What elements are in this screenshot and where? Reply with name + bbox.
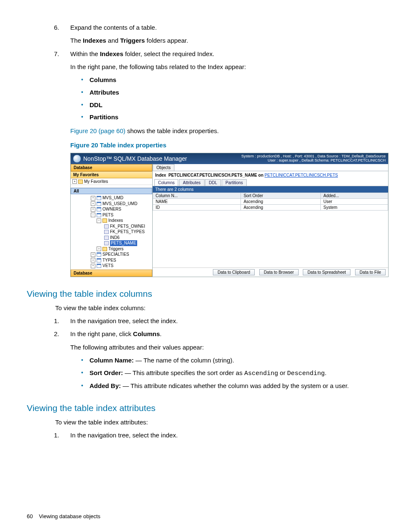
attr-item: Added By: — This attribute ndicates whet… [27, 381, 372, 391]
step-7: 7. Within the Indexes folder, select the… [27, 49, 372, 59]
tab-ddl[interactable]: DDL [205, 179, 221, 186]
page-number: 60 [27, 513, 33, 519]
left-pane: Database My Favorites + My Favorites All… [71, 164, 153, 277]
table-icon [97, 258, 101, 262]
attr-item: Column Name: — The name of the column (s… [27, 355, 372, 366]
window-titlebar: NonStop™ SQL/MX Database Manager System … [71, 153, 388, 164]
all-tab[interactable]: All [71, 188, 152, 194]
index-icon [104, 241, 109, 245]
expand-icon[interactable]: + [72, 179, 77, 184]
collapse-icon[interactable]: − [97, 218, 101, 223]
step-num: 7. [54, 49, 59, 59]
column-count: There are 2 columns [153, 186, 388, 193]
page-footer: 60 Viewing database objects [27, 513, 100, 519]
tree-item[interactable]: SPECIALTIES [102, 252, 129, 257]
tab-columns[interactable]: Columns [154, 179, 178, 186]
col-header[interactable]: Added... [321, 193, 388, 199]
table-icon [97, 252, 101, 257]
table-icon [97, 196, 101, 200]
tree-item[interactable]: PETS [102, 212, 113, 218]
sys-line-2: User : super.super , Default Schema: PET… [241, 159, 386, 163]
tree-item[interactable]: MVS_UMD [102, 195, 123, 201]
figure-caption: Figure 20 Table index properties [70, 141, 372, 149]
heading-view-attributes: Viewing the table index attributes [27, 403, 372, 413]
step-1: 1.In the navigation tree, select the ind… [27, 430, 372, 440]
tab-item-partitions: Partitions [27, 112, 372, 123]
index-link[interactable]: PETCLINICCAT.PETCLINICSCH.PETS [265, 173, 338, 177]
figure-link[interactable]: Figure 20 (page 60) [70, 127, 125, 134]
table-icon [97, 264, 101, 268]
collapse-icon[interactable]: − [91, 213, 95, 217]
expand-icon[interactable]: + [91, 201, 95, 206]
tab-item-columns: Columns [27, 75, 372, 85]
intro-text: To view the table index attributes: [55, 417, 372, 427]
folder-icon [78, 180, 83, 184]
table-icon [97, 213, 101, 217]
my-favorites-header[interactable]: My Favorites [71, 171, 152, 178]
tree-item[interactable]: MVS_USED_UMD [102, 201, 137, 207]
expand-icon[interactable]: + [91, 207, 95, 212]
step-2-sub: The following attributes and their value… [70, 342, 372, 352]
app-title: NonStop™ SQL/MX Database Manager [83, 155, 187, 162]
tree-item-selected[interactable]: PETS_NAME [110, 240, 137, 246]
tab-partitions[interactable]: Partitions [222, 179, 247, 186]
section-database[interactable]: Database [71, 164, 152, 171]
tab-attributes[interactable]: Attributes [179, 179, 204, 186]
index-title: Index PETCLINICCAT.PETCLINICSCH.PETS_NAM… [153, 171, 388, 179]
right-pane: Objects Index PETCLINICCAT.PETCLINICSCH.… [153, 164, 388, 277]
table-row[interactable]: IDAscendingSystem [153, 205, 388, 211]
table-icon [97, 207, 101, 211]
section-database-bottom[interactable]: Database [71, 270, 152, 277]
expand-icon[interactable]: + [97, 247, 101, 251]
data-to-browser-button[interactable]: Data to Browser [259, 269, 299, 275]
step-num: 6. [54, 23, 59, 32]
attr-item: Sort Order: — This attribute specifies t… [27, 368, 372, 379]
tree-item[interactable]: Triggers [108, 246, 123, 252]
folder-icon [102, 218, 107, 223]
fav-item[interactable]: + My Favorites [71, 178, 152, 185]
data-to-clipboard-button[interactable]: Data to Clipboard [213, 269, 255, 275]
footer-title: Viewing database objects [39, 513, 100, 519]
col-header[interactable]: Column N... [153, 193, 241, 199]
index-icon [104, 230, 109, 234]
tab-item-attributes: Attributes [27, 87, 372, 98]
step-text: Expand the contents of a table. [70, 24, 157, 31]
tree-item[interactable]: VETS [102, 263, 113, 269]
table-header: Column N... Sort Order Added... [153, 193, 388, 199]
tree-item[interactable]: FK_PETS_OWNEI [110, 224, 145, 229]
columns-grid: Column N... Sort Order Added... NAMEAsce… [153, 193, 388, 211]
figure-ref: Figure 20 (page 60) shows the table inde… [70, 126, 372, 136]
bottom-actions: Data to Clipboard Data to Browser Data t… [153, 267, 388, 277]
index-icon [104, 224, 109, 229]
expand-icon[interactable]: + [91, 264, 95, 268]
objects-tabbar: Objects [153, 164, 388, 171]
table-row[interactable]: NAMEAscendingUser [153, 199, 388, 205]
index-icon [104, 236, 109, 240]
folder-icon [102, 247, 107, 251]
col-header[interactable]: Sort Order [241, 193, 321, 199]
step-2: 2.In the right pane, click Columns. [27, 329, 372, 339]
app-icon [73, 155, 81, 162]
tree-item[interactable]: IND6 [110, 235, 120, 241]
expand-icon[interactable]: + [91, 196, 95, 200]
tab-objects[interactable]: Objects [153, 164, 174, 171]
screenshot: NonStop™ SQL/MX Database Manager System … [70, 153, 389, 277]
heading-view-columns: Viewing the table index columns [27, 289, 372, 299]
data-to-file-button[interactable]: Data to File [355, 269, 386, 275]
step-6-sub: The Indexes and Triggers folders appear. [70, 36, 372, 45]
expand-icon[interactable]: + [91, 258, 95, 262]
tree-item[interactable]: Indexes [108, 218, 123, 224]
index-tabs: Columns Attributes DDL Partitions [153, 179, 388, 186]
tree-item[interactable]: FK_PETS_TYPES [110, 229, 145, 235]
expand-icon[interactable]: + [91, 252, 95, 257]
step-1: 1.In the navigation tree, select the ind… [27, 316, 372, 326]
nav-tree[interactable]: +MVS_UMD +MVS_USED_UMD +OWNERS −PETS −In… [71, 194, 152, 270]
intro-text: To view the table index columns: [55, 303, 372, 313]
data-to-spreadsheet-button[interactable]: Data to Spreadsheet [303, 269, 350, 275]
tab-item-ddl: DDL [27, 100, 372, 111]
tree-item[interactable]: OWNERS [102, 206, 121, 212]
step-6: 6. Expand the contents of a table. [27, 23, 372, 32]
tree-item[interactable]: TYPES [102, 257, 116, 263]
step-7-sub: In the right pane, the following tabs re… [70, 62, 372, 72]
table-icon [97, 202, 101, 206]
